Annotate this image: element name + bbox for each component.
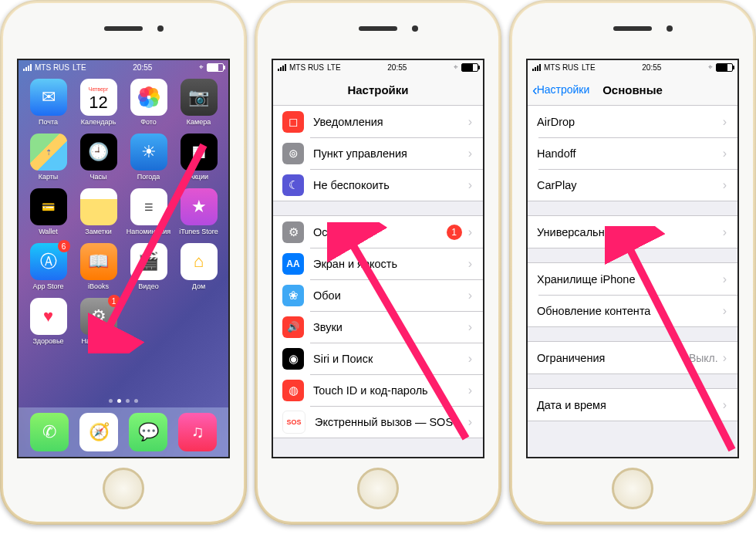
chevron-right-icon: › [723, 351, 727, 365]
battery-icon [716, 63, 733, 72]
wallpaper-icon: ❀ [282, 285, 304, 306]
page-title: Настройки [347, 83, 408, 96]
app-calendar[interactable]: Четверг12Календарь [75, 79, 122, 126]
front-camera [157, 25, 164, 32]
back-button[interactable]: ‹Настройки [532, 81, 589, 99]
row-detail: Выкл. [689, 352, 718, 364]
carrier-label: MTS RUS [544, 63, 579, 72]
home-button[interactable] [103, 468, 144, 509]
page-title: Основные [602, 83, 663, 96]
app-home[interactable]: ⌂Дом [175, 243, 222, 290]
chevron-right-icon: › [468, 320, 472, 334]
app-reminders[interactable]: ☰Напоминания [125, 188, 172, 235]
row-date-time[interactable]: Дата и время› [528, 389, 737, 421]
dnd-icon: ☾ [282, 174, 304, 196]
dock-phone[interactable]: ✆ [30, 413, 69, 451]
ibooks-icon: 📖 [80, 243, 117, 280]
app-notes[interactable]: Заметки [75, 188, 122, 235]
carrier-label: MTS RUS [35, 63, 69, 72]
touchid-icon: ◍ [282, 380, 304, 401]
app-camera[interactable]: 📷Камера [175, 79, 222, 126]
row-wallpaper[interactable]: ❀Обои› [273, 279, 483, 311]
row-control-center[interactable]: ⊚Пункт управления› [273, 137, 483, 169]
chevron-right-icon: › [468, 225, 472, 239]
back-label: Настройки [537, 83, 590, 96]
app-maps[interactable]: ⇡Карты [25, 134, 72, 181]
settings-list[interactable]: ◻Уведомления› ⊚Пункт управления› ☾Не бес… [273, 106, 483, 458]
app-mail[interactable]: ✉Почта [25, 79, 72, 126]
phone-2: MTS RUS LTE 20:55 ⌖ Настройки ◻Уведомлен… [255, 0, 501, 525]
row-general[interactable]: ⚙Основные1› [273, 216, 483, 248]
home-screen: MTS RUS LTE 20:55 ⌖ ✉Почта Четверг12Кале… [19, 60, 228, 457]
front-camera [667, 25, 673, 32]
chevron-right-icon: › [468, 384, 472, 397]
time-label: 20:55 [133, 63, 152, 72]
nav-bar: ‹Настройки Основные [528, 74, 737, 106]
row-carplay[interactable]: CarPlay› [528, 169, 737, 201]
chevron-right-icon: › [723, 272, 727, 286]
app-clock[interactable]: 🕘Часы [75, 134, 122, 181]
row-siri[interactable]: ◉Siri и Поиск› [273, 343, 483, 374]
badge: 6 [58, 240, 70, 252]
chevron-right-icon: › [723, 225, 727, 239]
page-indicator[interactable] [19, 399, 228, 403]
app-weather[interactable]: ☀Погода [125, 134, 172, 181]
row-accessibility[interactable]: Универсальный доступ› [528, 216, 737, 248]
row-background-refresh[interactable]: Обновление контента› [528, 295, 737, 326]
row-iphone-storage[interactable]: Хранилище iPhone› [528, 263, 737, 295]
sounds-icon: 🔊 [282, 316, 304, 338]
health-icon: ♥ [30, 298, 67, 335]
camera-icon: 📷 [181, 79, 218, 116]
row-touchid[interactable]: ◍Touch ID и код-пароль› [273, 374, 483, 406]
app-ibooks[interactable]: 📖iBooks [75, 243, 122, 290]
row-airdrop[interactable]: AirDrop› [528, 106, 737, 137]
row-handoff[interactable]: Handoff› [528, 137, 737, 169]
row-notifications[interactable]: ◻Уведомления› [273, 106, 483, 137]
app-appstore[interactable]: Ⓐ6App Store [25, 243, 72, 290]
dock-messages[interactable]: 💬 [129, 413, 167, 451]
signal-icon [278, 64, 286, 71]
network-label: LTE [582, 63, 596, 72]
row-display[interactable]: AAЭкран и яркость› [273, 248, 483, 279]
chevron-right-icon: › [723, 178, 727, 192]
app-stocks[interactable]: 📈Акции [175, 134, 222, 181]
app-itunes-store[interactable]: ★iTunes Store [175, 188, 222, 235]
video-icon: 🎬 [130, 243, 167, 280]
reminders-icon: ☰ [130, 188, 167, 225]
status-bar: MTS RUS LTE 20:55 ⌖ [19, 60, 228, 74]
home-button[interactable] [612, 468, 653, 509]
row-restrictions[interactable]: ОграниченияВыкл.› [528, 342, 737, 373]
notifications-icon: ◻ [282, 111, 304, 133]
phone-1: MTS RUS LTE 20:55 ⌖ ✉Почта Четверг12Кале… [0, 0, 247, 525]
signal-icon [532, 64, 541, 71]
calendar-icon: Четверг12 [80, 79, 117, 116]
dock-safari[interactable]: 🧭 [79, 413, 118, 451]
carrier-label: MTS RUS [289, 63, 324, 72]
app-video[interactable]: 🎬Видео [125, 243, 172, 290]
weather-icon: ☀ [130, 134, 167, 171]
chevron-right-icon: › [468, 147, 472, 161]
nav-bar: Настройки [273, 74, 483, 106]
row-sounds[interactable]: 🔊Звуки› [273, 311, 483, 343]
status-bar: MTS RUS LTE 20:55 ⌖ [273, 60, 483, 74]
app-settings[interactable]: ⚙1Настройки [75, 298, 122, 345]
row-emergency-sos[interactable]: SOSЭкстренный вызов — SOS› [273, 406, 483, 438]
display-icon: AA [282, 253, 304, 275]
chevron-right-icon: › [468, 289, 472, 302]
bluetooth-icon: ⌖ [708, 63, 713, 72]
dock-music[interactable]: ♫ [178, 413, 217, 451]
app-health[interactable]: ♥Здоровье [25, 298, 72, 345]
general-list[interactable]: AirDrop› Handoff› CarPlay› Универсальный… [528, 106, 737, 458]
bluetooth-icon: ⌖ [199, 63, 204, 72]
sos-icon: SOS [282, 411, 305, 434]
row-dnd[interactable]: ☾Не беспокоить› [273, 169, 483, 201]
chevron-right-icon: › [468, 115, 472, 129]
photos-icon [130, 79, 167, 116]
control-center-icon: ⊚ [282, 143, 304, 164]
app-photos[interactable]: Фото [125, 79, 172, 126]
home-button[interactable] [357, 468, 399, 509]
bluetooth-icon: ⌖ [454, 63, 458, 72]
network-label: LTE [73, 63, 86, 72]
chevron-right-icon: › [468, 352, 472, 366]
app-wallet[interactable]: 💳Wallet [25, 188, 72, 235]
